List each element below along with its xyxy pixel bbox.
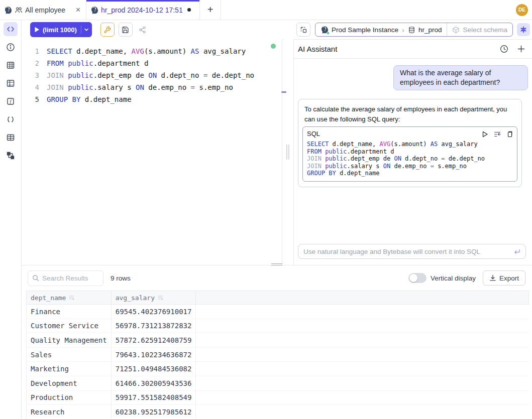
history-button[interactable] (500, 45, 508, 53)
chevron-down-icon[interactable] (84, 27, 89, 32)
copy-code-button[interactable] (506, 131, 513, 137)
parentheses-icon (6, 115, 15, 124)
table-cell[interactable]: Quality Management (27, 333, 112, 348)
sidebar-item-editor[interactable] (4, 22, 18, 36)
drag-handle[interactable] (287, 145, 289, 160)
table-cell[interactable]: 79643.102234636872 (111, 347, 196, 362)
ai-assistant-button[interactable] (517, 23, 530, 36)
sidebar-item-procedures[interactable] (6, 115, 15, 124)
status-dot (327, 32, 330, 35)
table-cell-empty (196, 376, 529, 390)
connection-breadcrumb: Prod Sample Instance › hr_prod Select sc… (315, 23, 513, 37)
column-header[interactable]: dept_name (27, 291, 112, 305)
new-tab-button[interactable]: + (200, 0, 221, 20)
sidebar-item-tables[interactable] (6, 61, 15, 70)
table-row[interactable]: Customer Service56978.731213872832 (27, 319, 529, 333)
nl2sql-input[interactable]: Use natural language and Bytebase will c… (298, 244, 526, 259)
avatar[interactable]: DE (516, 4, 528, 16)
editor-line[interactable]: 5GROUP BY d.dept_name (22, 93, 282, 105)
close-tab-icon[interactable]: ✕ (75, 6, 81, 14)
sidebar-item-views[interactable] (6, 133, 15, 142)
new-chat-button[interactable] (517, 45, 525, 53)
horizontal-drag-handle[interactable] (271, 263, 282, 265)
copy-icon (506, 131, 513, 137)
tab-all-employee[interactable]: All employee ✕ (0, 0, 86, 20)
editor-line[interactable]: 3JOIN public.dept_emp de ON d.dept_no = … (22, 69, 282, 81)
play-icon (482, 131, 488, 137)
table-row[interactable]: Development61466.302005943536 (27, 376, 529, 390)
table-cell[interactable]: Finance (27, 305, 112, 319)
table-cell-empty (196, 362, 529, 376)
left-icon-rail: f (0, 20, 22, 419)
view-table-icon (6, 133, 15, 142)
batch-query-button[interactable] (296, 23, 310, 37)
play-icon (34, 27, 40, 33)
table-row[interactable]: Production59917.551582408549 (27, 390, 529, 405)
panel-splitter[interactable] (282, 39, 293, 265)
connection-status-dot (271, 44, 276, 49)
table-cell[interactable]: Sales (27, 347, 112, 362)
insert-code-button[interactable] (494, 131, 501, 137)
table-row[interactable]: Research60238.952517985612 (27, 405, 529, 419)
table-cell[interactable]: Marketing (27, 362, 112, 376)
chat-area: What is the average salary of employees … (294, 59, 532, 244)
table-row[interactable]: Marketing71251.049484536082 (27, 362, 529, 376)
vertical-display-toggle[interactable] (408, 273, 427, 283)
tab-label: All employee (25, 6, 65, 14)
run-code-button[interactable] (482, 131, 488, 137)
user-message: What is the average salary of employees … (393, 65, 528, 90)
instance-name: Prod Sample Instance (332, 26, 398, 34)
table-cell[interactable]: 59917.551582408549 (111, 390, 196, 405)
tab-hr-prod[interactable]: hr_prod 2024-10-12 17:51 (86, 0, 200, 20)
divider (81, 26, 81, 34)
table-cell[interactable]: Production (27, 390, 112, 405)
table-row[interactable]: Sales79643.102234636872 (27, 347, 529, 362)
table-cell[interactable]: Customer Service (27, 319, 112, 333)
sort-icon[interactable] (158, 295, 163, 300)
schema-diagram-icon (6, 151, 15, 160)
export-label: Export (499, 274, 519, 282)
sidebar-item-external-tables[interactable] (6, 79, 15, 88)
sidebar-item-functions[interactable]: f (6, 97, 15, 106)
format-sql-button[interactable] (100, 23, 115, 37)
editor-line[interactable]: 1SELECT d.dept_name, AVG(s.amount) AS av… (22, 45, 282, 57)
table-cell[interactable]: 61466.302005943536 (111, 376, 196, 390)
save-icon (122, 26, 129, 34)
postgresql-icon (4, 6, 12, 14)
editor-line[interactable]: 2FROM public.department d (22, 57, 282, 69)
schema-select[interactable]: Select schema (447, 26, 512, 34)
table-cell[interactable]: 60238.952517985612 (111, 405, 196, 419)
table-cell[interactable]: Research (27, 405, 112, 419)
vertical-display-label: Vertical display (431, 274, 476, 282)
postgresql-icon (90, 6, 98, 14)
run-query-button[interactable]: (limit 1000) (30, 22, 92, 37)
column-header-empty (196, 291, 529, 305)
export-button[interactable]: Export (483, 270, 525, 286)
sidebar-item-info[interactable] (6, 43, 15, 52)
schema-placeholder: Select schema (463, 26, 507, 34)
column-header[interactable]: avg_salary (111, 291, 196, 305)
sql-editor[interactable]: 1SELECT d.dept_name, AVG(s.amount) AS av… (22, 39, 282, 265)
save-button[interactable] (119, 23, 133, 37)
table-cell[interactable]: Development (27, 376, 112, 390)
input-placeholder: Use natural language and Bytebase will c… (303, 248, 513, 255)
results-table-wrap: dept_name avg_salary Finance69545.402376… (26, 291, 532, 419)
table-row[interactable]: Finance69545.402376910017 (27, 305, 529, 319)
sort-icon[interactable] (69, 295, 74, 300)
table-cell[interactable]: 56978.731213872832 (111, 319, 196, 333)
editor-line[interactable]: 4JOIN public.salary s ON de.emp_no = s.e… (22, 81, 282, 93)
ai-assistant-header: AI Assistant (294, 40, 532, 59)
search-results-input[interactable]: Search Results (28, 270, 103, 286)
sheet-shared-icon (15, 6, 23, 14)
table-row[interactable]: Quality Management57872.625912408759 (27, 333, 529, 348)
share-button[interactable] (136, 23, 150, 37)
table-cell[interactable]: 69545.402376910017 (111, 305, 196, 319)
sidebar-item-schema-diagram[interactable] (6, 151, 15, 160)
run-limit-label: (limit 1000) (43, 26, 77, 34)
batch-query-icon (300, 26, 307, 34)
sql-editor-app: All employee ✕ hr_prod 2024-10-12 17:51 … (0, 0, 532, 419)
table-cell[interactable]: 71251.049484536082 (111, 362, 196, 376)
table-cell[interactable]: 57872.625912408759 (111, 333, 196, 348)
assistant-message: To calculate the average salary of emplo… (298, 99, 522, 187)
instance-database-select[interactable]: Prod Sample Instance › hr_prod (315, 26, 447, 34)
